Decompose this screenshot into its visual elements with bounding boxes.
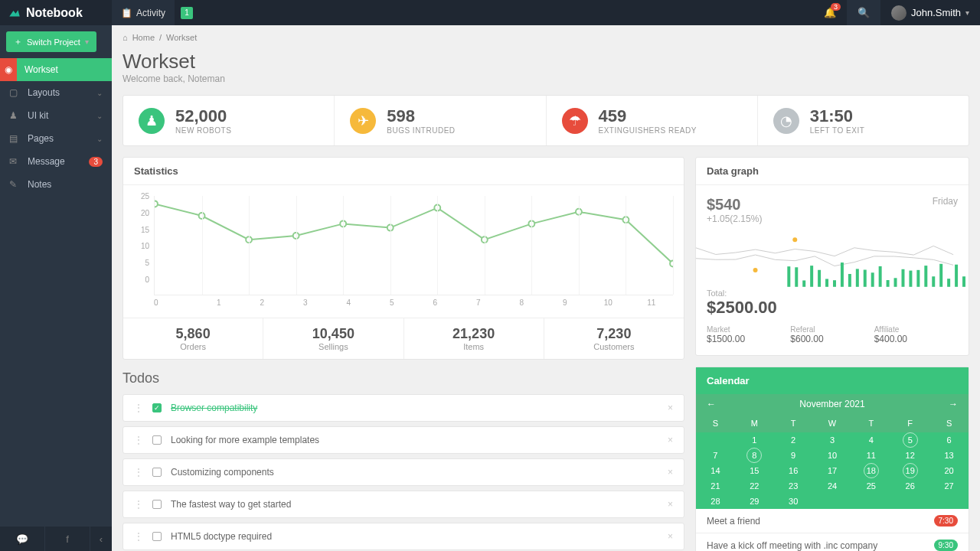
notifications-button[interactable]: 🔔 3 [813,0,847,25]
cal-day[interactable]: 8 [735,448,774,463]
cal-day[interactable]: 21 [696,478,735,494]
svg-rect-34 [939,264,942,287]
cal-day[interactable]: 12 [890,448,929,463]
todo-delete[interactable]: × [668,467,673,478]
cal-day[interactable]: 14 [696,463,735,478]
stats-row: ♟52,000NEW ROBOTS✈598BUGS INTRUDED☂459EX… [122,95,969,146]
nav-message[interactable]: ✉Message3 [0,150,112,173]
cal-day[interactable]: 25 [851,478,890,494]
cal-day[interactable]: 3 [813,432,852,448]
chevron-down-icon: ⌄ [96,89,103,97]
cal-day[interactable]: 9 [774,448,813,463]
statistics-title: Statistics [123,158,684,185]
drag-handle[interactable]: ⋮ [134,435,143,445]
datagraph-break: Affiliate$400.00 [874,325,958,344]
activity-count[interactable]: 1 [181,7,193,19]
brand-logo[interactable]: Notebook [0,6,112,20]
svg-point-12 [792,237,797,242]
nav-pages[interactable]: ▤Pages⌄ [0,127,112,150]
cal-day[interactable]: 19 [890,463,929,478]
todo-item: ⋮HTML5 doctype required× [122,523,684,550]
brand-name: Notebook [26,6,83,20]
chart-footer-cell: 21,230Items [404,318,544,359]
drag-handle[interactable]: ⋮ [134,531,143,542]
todo-delete[interactable]: × [668,531,673,542]
svg-rect-35 [947,279,950,287]
cal-prev[interactable]: ← [707,399,716,409]
cal-day[interactable]: 2 [774,432,813,448]
chat-icon[interactable]: 💬 [0,527,45,551]
nav-workset[interactable]: ◉Workset [0,58,112,81]
todo-checkbox[interactable]: ✓ [152,403,162,412]
cal-day[interactable]: 6 [929,432,969,448]
todo-checkbox[interactable] [152,500,162,509]
nav-ui-kit[interactable]: ♟UI kit⌄ [0,104,112,127]
cal-day [890,494,929,509]
todo-checkbox[interactable] [152,468,162,477]
todo-delete[interactable]: × [668,435,673,445]
breadcrumb: ⌂ Home / Workset [122,25,969,50]
drag-handle[interactable]: ⋮ [134,403,143,413]
breadcrumb-home[interactable]: Home [132,33,155,42]
svg-rect-33 [932,276,935,287]
activity-button[interactable]: 📋 Activity [112,0,175,25]
cal-day[interactable]: 23 [774,478,813,494]
svg-rect-19 [825,279,828,286]
cal-day[interactable]: 22 [735,478,774,494]
svg-point-0 [155,201,158,207]
cal-day[interactable]: 18 [851,463,890,478]
cal-day[interactable]: 26 [890,478,929,494]
nav-notes[interactable]: ✎Notes [0,173,112,196]
todo-text: HTML5 doctype required [171,531,272,542]
cal-day[interactable]: 10 [813,448,852,463]
cal-day[interactable]: 4 [851,432,890,448]
search-button[interactable]: 🔍 [847,0,880,25]
svg-rect-25 [871,272,874,287]
nav-icon: ▢ [9,87,20,98]
cal-day[interactable]: 20 [929,463,969,478]
cal-next[interactable]: → [949,399,958,409]
svg-rect-32 [924,266,927,287]
svg-rect-23 [856,269,859,286]
drag-handle[interactable]: ⋮ [134,467,143,478]
todo-checkbox[interactable] [152,532,162,541]
cal-day[interactable]: 11 [851,448,890,463]
todo-checkbox[interactable] [152,435,162,445]
calendar-event[interactable]: Have a kick off meeting with .inc compan… [696,533,969,551]
calendar-month: November 2021 [716,399,949,409]
datagraph-change: +1.05(2.15%) [707,214,762,224]
chart-footer-cell: 5,860Orders [123,318,263,359]
facebook-icon[interactable]: f [45,527,90,551]
calendar-event[interactable]: Meet a friend7:30 [696,509,969,533]
chart-footer-cell: 7,230Customers [544,318,684,359]
svg-rect-21 [841,262,844,287]
activity-label: Activity [136,8,165,18]
drag-handle[interactable]: ⋮ [134,499,143,510]
cal-day[interactable]: 16 [774,463,813,478]
cal-day[interactable]: 5 [890,432,929,448]
nav-icon: ◉ [0,58,17,81]
cal-day[interactable]: 27 [929,478,969,494]
switch-project-button[interactable]: ＋ Switch Project ▾ [6,31,96,52]
svg-rect-30 [909,271,912,287]
notif-badge: 3 [831,3,841,11]
stat-value: 31:50 [810,106,865,126]
cal-day[interactable]: 28 [696,494,735,509]
cal-day[interactable]: 30 [774,494,813,509]
svg-rect-27 [887,280,890,287]
user-menu[interactable]: John.Smith ▾ [880,0,980,25]
todo-delete[interactable]: × [668,403,673,413]
svg-rect-24 [864,270,867,287]
cal-day[interactable]: 7 [696,448,735,463]
stat-label: NEW ROBOTS [175,126,231,135]
cal-day[interactable]: 15 [735,463,774,478]
cal-day[interactable]: 17 [813,463,852,478]
todo-delete[interactable]: × [668,499,673,510]
cal-day[interactable]: 13 [929,448,969,463]
svg-rect-37 [962,276,965,287]
cal-day[interactable]: 29 [735,494,774,509]
cal-day[interactable]: 1 [735,432,774,448]
cal-day[interactable]: 24 [813,478,852,494]
nav-layouts[interactable]: ▢Layouts⌄ [0,81,112,104]
collapse-sidebar[interactable]: ‹ [90,527,112,551]
